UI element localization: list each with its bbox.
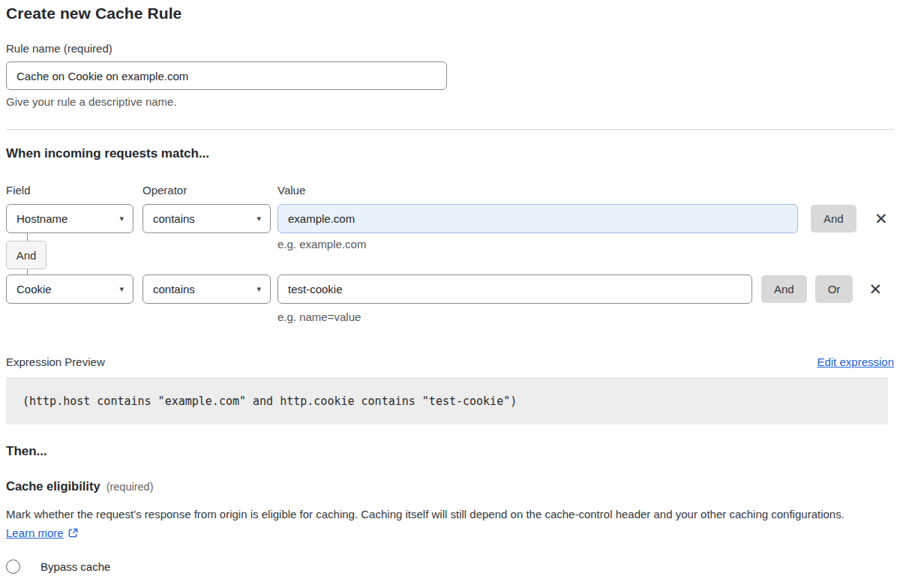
value-column-label: Value — [278, 184, 894, 196]
remove-condition-1-icon[interactable]: ✕ — [872, 210, 890, 228]
section-divider — [6, 129, 894, 130]
learn-more-link[interactable]: Learn more — [6, 526, 64, 539]
operator-select-1-value: contains — [153, 212, 195, 225]
connector-line-bottom — [27, 269, 28, 274]
and-connector-badge[interactable]: And — [6, 241, 46, 269]
required-tag: (required) — [106, 481, 154, 493]
connector-zone: And e.g. example.com — [6, 233, 894, 274]
field-select-2-value: Cookie — [16, 283, 52, 296]
rule-name-input[interactable] — [6, 62, 447, 90]
field-column-label: Field — [6, 184, 142, 196]
remove-condition-2-icon[interactable]: ✕ — [866, 280, 884, 298]
chevron-down-icon: ▾ — [256, 285, 261, 293]
rule-name-label: Rule name (required) — [6, 42, 894, 55]
connector-line-top — [27, 233, 28, 241]
condition-column-labels: Field Operator Value — [6, 184, 894, 196]
and-button-row1[interactable]: And — [811, 205, 856, 232]
page-title: Create new Cache Rule — [6, 4, 894, 22]
radio-circle-icon[interactable] — [6, 560, 20, 574]
radio-bypass-cache[interactable]: Bypass cache — [6, 560, 894, 574]
condition-row-1: Hostname ▾ contains ▾ And ✕ — [6, 204, 894, 233]
rule-name-helper: Give your rule a descriptive name. — [6, 95, 894, 108]
radio-bypass-cache-label: Bypass cache — [40, 560, 110, 573]
cache-eligibility-heading: Cache eligibility (required) — [6, 479, 894, 494]
external-link-icon[interactable] — [68, 525, 79, 544]
then-section-heading: Then... — [6, 444, 894, 459]
chevron-down-icon: ▾ — [256, 214, 261, 223]
expression-code-block: (http.host contains "example.com" and ht… — [6, 377, 888, 424]
operator-select-1[interactable]: contains ▾ — [142, 204, 271, 233]
field-select-1-value: Hostname — [16, 212, 68, 225]
value-input-2[interactable] — [278, 274, 752, 304]
value-hint-1: e.g. example.com — [278, 238, 366, 250]
expression-preview-label: Expression Preview — [6, 356, 105, 368]
description-text: Mark whether the request’s response from… — [6, 508, 844, 520]
value-input-1[interactable] — [278, 204, 798, 233]
operator-select-2-value: contains — [153, 283, 195, 296]
edit-expression-link[interactable]: Edit expression — [817, 356, 894, 368]
create-cache-rule-page: Create new Cache Rule Rule name (require… — [0, 0, 900, 588]
chevron-down-icon: ▾ — [119, 214, 124, 223]
field-select-2[interactable]: Cookie ▾ — [6, 274, 134, 304]
cache-eligibility-description: Mark whether the request’s response from… — [6, 505, 874, 544]
or-button-row2[interactable]: Or — [815, 275, 854, 303]
operator-column-label: Operator — [142, 184, 278, 196]
condition-row-2: Cookie ▾ contains ▾ And Or ✕ — [6, 274, 894, 304]
cache-eligibility-title: Cache eligibility — [6, 479, 100, 494]
field-select-1[interactable]: Hostname ▾ — [6, 204, 134, 233]
chevron-down-icon: ▾ — [119, 285, 124, 293]
expression-header: Expression Preview Edit expression — [6, 356, 894, 368]
match-section-heading: When incoming requests match... — [6, 146, 894, 161]
and-button-row2[interactable]: And — [761, 275, 807, 303]
value-hint-2: e.g. name=value — [278, 310, 894, 323]
operator-select-2[interactable]: contains ▾ — [142, 274, 271, 304]
